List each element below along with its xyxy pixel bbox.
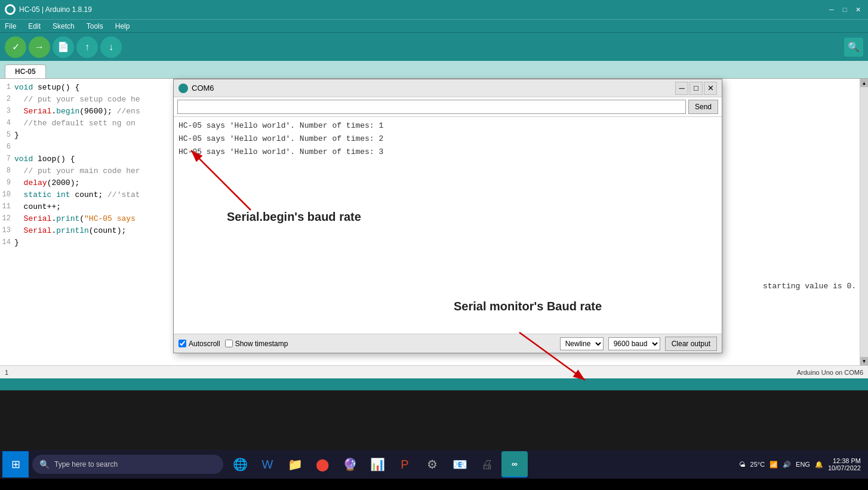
verify-button[interactable]: ✓ [5,36,26,58]
sm-maximize-button[interactable]: □ [690,82,703,95]
bottom-teal-bar [0,378,868,390]
code-line-10: 10 static int count; //'stat [0,189,179,201]
status-line-num: 1 [5,369,8,376]
output-line-3: HC-05 says 'Hello world'. Number of time… [178,146,717,159]
status-bar: 1 Arduino Uno on COM6 [0,365,868,378]
baud-rate-annotation: Serial.begin's baud rate [227,210,361,224]
menu-edit[interactable]: Edit [26,22,43,30]
title-bar: HC-05 | Arduino 1.8.19 ─ □ ✕ [0,0,868,19]
code-line-9: 9 delay(2000); [0,177,179,189]
scrollbar[interactable]: ▲ ▼ [860,79,868,365]
serial-monitor-title-bar: COM6 ─ □ ✕ [174,79,722,97]
taskbar-chrome[interactable]: ⬤ [309,451,335,477]
taskbar-clock: 12:38 PM 10/07/2022 [828,457,861,471]
maximize-button[interactable]: □ [839,4,850,15]
code-line-12: 12 Serial.print("HC-05 says [0,212,179,224]
taskbar-temperature: 25°C [750,461,765,468]
menu-sketch[interactable]: Sketch [50,22,77,30]
taskbar: ⊞ 🔍 Type here to search 🌐 W 📁 ⬤ 🔮 📊 P ⚙ … [0,450,868,479]
timestamp-checkbox[interactable] [225,340,233,347]
code-line-3: 3 Serial.begin(9600); //ens [0,105,179,117]
tab-hc05[interactable]: HC-05 [5,64,46,78]
taskbar-date: 10/07/2022 [828,464,861,471]
taskbar-powerpoint[interactable]: P [392,451,418,477]
serial-monitor-title: COM6 [192,84,214,93]
minimize-button[interactable]: ─ [826,4,837,15]
serial-monitor-footer: Autoscroll Show timestamp Newline 9600 b… [174,334,722,353]
autoscroll-checkbox[interactable] [178,340,186,347]
taskbar-app9[interactable]: 🖨 [474,451,500,477]
newline-select[interactable]: Newline [560,337,604,350]
title-bar-left: HC-05 | Arduino 1.8.19 [5,4,92,15]
main-content: 1 void setup() { 2 // put your setup cod… [0,79,868,365]
autoscroll-label: Autoscroll [189,340,220,348]
new-button[interactable]: 📄 [53,36,74,58]
search-placeholder: Type here to search [54,460,118,469]
open-button[interactable]: ↑ [76,36,98,58]
code-line-5: 5 } [0,129,179,141]
sm-close-button[interactable]: ✕ [704,82,717,95]
taskbar-app5[interactable]: 🔮 [337,451,363,477]
serial-monitor-input-row: Send [174,97,722,117]
menu-tools[interactable]: Tools [84,22,106,30]
code-line-2: 2 // put your setup code he [0,93,179,105]
save-button[interactable]: ↓ [100,36,122,58]
autoscroll-checkbox-container: Autoscroll [178,340,220,348]
serial-monitor-input[interactable] [177,100,686,114]
menu-file[interactable]: File [2,22,19,30]
black-area [0,390,868,450]
taskbar-notification-icon: 🔔 [815,461,823,469]
serial-monitor-annotation: Serial monitor's Baud rate [454,300,602,313]
taskbar-time: 12:38 PM [828,457,861,464]
send-button[interactable]: Send [688,100,718,114]
upload-button[interactable]: → [29,36,50,58]
tab-bar: HC-05 [0,61,868,79]
clear-output-button[interactable]: Clear output [665,337,717,351]
taskbar-weather-icon: 🌤 [739,461,746,468]
start-button[interactable]: ⊞ [2,451,29,477]
serial-monitor-logo [178,84,188,93]
taskbar-settings[interactable]: ⚙ [419,451,445,477]
toolbar: ✓ → 📄 ↑ ↓ 🔍 [0,32,868,61]
code-line-8: 8 // put your main code her [0,165,179,177]
sm-minimize-button[interactable]: ─ [675,82,688,95]
taskbar-system-tray: 🌤 25°C 📶 🔊 ENG 🔔 12:38 PM 10/07/2022 [739,457,866,471]
scroll-down-arrow[interactable]: ▼ [860,357,869,365]
code-line-1: 1 void setup() { [0,81,179,93]
taskbar-network-icon: 📶 [769,461,778,469]
serial-monitor-controls: ─ □ ✕ [675,82,717,95]
taskbar-language: ENG [796,461,810,468]
menu-help[interactable]: Help [113,22,133,30]
arduino-logo [5,4,16,15]
window-title: HC-05 | Arduino 1.8.19 [19,5,92,14]
taskbar-explorer[interactable]: 📁 [282,451,308,477]
menu-bar: File Edit Sketch Tools Help [0,19,868,32]
taskbar-word[interactable]: W [254,451,281,477]
code-line-14: 14 } [0,236,179,248]
code-line-6: 6 [0,141,179,153]
scroll-up-arrow[interactable]: ▲ [860,79,869,87]
close-button[interactable]: ✕ [852,4,863,15]
taskbar-search-box[interactable]: 🔍 Type here to search [32,455,223,474]
window-controls: ─ □ ✕ [826,4,863,15]
code-line-11: 11 count++; [0,201,179,212]
taskbar-arduino[interactable]: ∞ [501,451,528,477]
serial-monitor-output: HC-05 says 'Hello world'. Number of time… [174,117,722,334]
output-line-2: HC-05 says 'Hello world'. Number of time… [178,132,717,146]
output-line-1: HC-05 says 'Hello world'. Number of time… [178,119,717,132]
code-editor[interactable]: 1 void setup() { 2 // put your setup cod… [0,79,179,365]
taskbar-app8[interactable]: 📧 [447,451,473,477]
timestamp-label: Show timestamp [235,340,288,348]
taskbar-volume-icon: 🔊 [783,461,791,469]
taskbar-edge[interactable]: 🌐 [227,451,253,477]
taskbar-app6[interactable]: 📊 [364,451,390,477]
code-line-7: 7 void loop() { [0,153,179,165]
code-line-13: 13 Serial.println(count); [0,224,179,236]
right-annotation-text: starting value is 0. [763,282,856,291]
search-button[interactable]: 🔍 [844,38,863,57]
code-line-4: 4 //the default sett ng on [0,117,179,129]
timestamp-checkbox-container: Show timestamp [225,340,288,348]
board-info: Arduino Uno on COM6 [797,369,863,376]
baud-select[interactable]: 9600 baud [608,337,660,350]
